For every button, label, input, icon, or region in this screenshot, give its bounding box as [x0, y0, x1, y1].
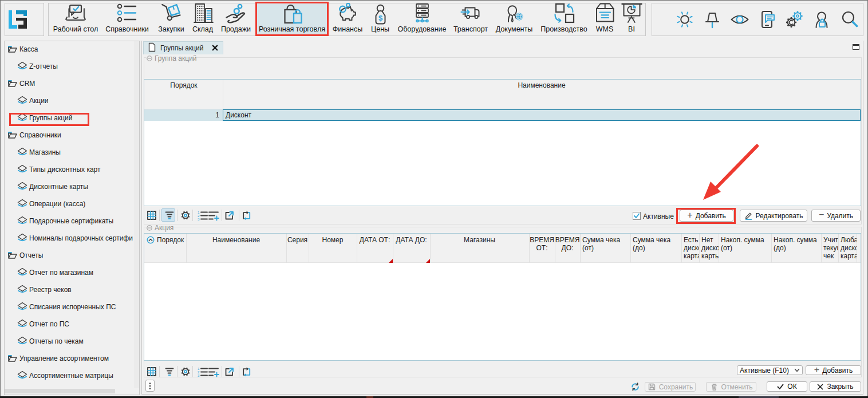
svg-text:$: $ — [378, 14, 383, 22]
svg-text:3: 3 — [198, 217, 200, 221]
svg-text:3: 3 — [198, 373, 200, 377]
